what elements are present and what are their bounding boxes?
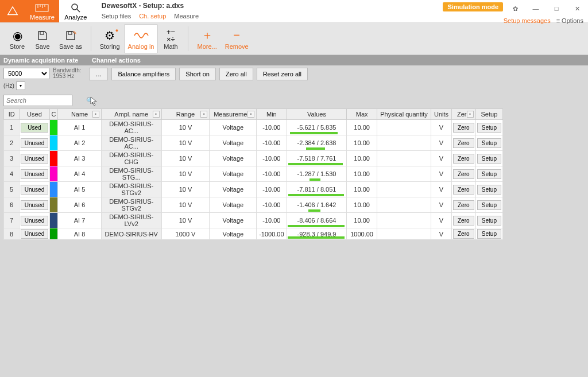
analogin-button[interactable]: Analog in (124, 24, 158, 53)
cell-name[interactable]: AI 5 (58, 182, 101, 197)
cell-phys[interactable] (377, 120, 431, 135)
balance-amplifiers-button[interactable]: Balance amplifiers (111, 68, 176, 80)
col-amp[interactable]: Ampl. name▪ (101, 109, 161, 120)
color-swatch[interactable] (49, 197, 58, 213)
color-swatch[interactable] (49, 151, 58, 166)
cell-meas[interactable]: Voltage (210, 197, 257, 213)
saveas-button[interactable]: ✎Save as (55, 24, 86, 53)
zero-button[interactable]: Zero (453, 229, 474, 239)
cell-name[interactable]: AI 3 (58, 151, 101, 166)
hz-dropdown-button[interactable]: ▾ (16, 81, 25, 90)
cell-units[interactable]: V (431, 182, 452, 197)
setup-button[interactable]: Setup (477, 200, 501, 210)
col-zero[interactable]: Zero▪ (451, 109, 475, 120)
color-swatch[interactable] (49, 166, 58, 182)
setup-button[interactable]: Setup (477, 185, 501, 195)
col-values[interactable]: Values (287, 109, 347, 120)
window-close-button[interactable]: ✕ (568, 2, 586, 15)
window-maximize-button[interactable]: □ (548, 2, 565, 15)
search-box[interactable]: 🔍 (3, 95, 72, 106)
cell-range[interactable]: 10 V (161, 120, 210, 135)
cell-phys[interactable] (377, 228, 431, 240)
dropdown-icon[interactable]: ▪ (153, 111, 160, 118)
cell-range[interactable]: 1000 V (161, 228, 210, 240)
color-swatch[interactable] (49, 120, 58, 135)
more-actions-button[interactable]: … (89, 68, 108, 80)
cell-meas[interactable]: Voltage (210, 151, 257, 166)
remove-button[interactable]: −Remove (221, 24, 253, 53)
cell-units[interactable]: V (431, 197, 452, 213)
cell-units[interactable]: V (431, 151, 452, 166)
search-input[interactable] (6, 97, 86, 104)
cell-range[interactable]: 10 V (161, 151, 210, 166)
cell-meas[interactable]: Voltage (210, 120, 257, 135)
cell-meas[interactable]: Voltage (210, 182, 257, 197)
cell-range[interactable]: 10 V (161, 166, 210, 182)
cell-phys[interactable] (377, 151, 431, 166)
used-toggle-button[interactable]: Unused (21, 138, 48, 148)
cell-meas[interactable]: Voltage (210, 166, 257, 182)
zero-button[interactable]: Zero (453, 216, 474, 226)
reset-zero-all-button[interactable]: Reset zero all (257, 68, 308, 80)
col-range[interactable]: Range▪ (161, 109, 210, 120)
col-c[interactable]: C (49, 109, 58, 120)
setup-button[interactable]: Setup (477, 169, 501, 179)
cell-range[interactable]: 10 V (161, 182, 210, 197)
cell-name[interactable]: AI 4 (58, 166, 101, 182)
cell-units[interactable]: V (431, 213, 452, 228)
tab-measure[interactable]: Measure (25, 0, 59, 22)
cell-phys[interactable] (377, 166, 431, 182)
cell-name[interactable]: AI 8 (58, 228, 101, 240)
store-button[interactable]: ◉Store (5, 24, 30, 53)
window-minimize-button[interactable]: ― (527, 2, 544, 15)
short-on-button[interactable]: Short on (179, 68, 216, 80)
col-meas[interactable]: Measurement▪ (210, 109, 257, 120)
zero-button[interactable]: Zero (453, 123, 474, 133)
save-button[interactable]: Save (30, 24, 55, 53)
color-swatch[interactable] (49, 228, 58, 240)
dropdown-icon[interactable]: ▪ (467, 111, 474, 118)
cell-phys[interactable] (377, 197, 431, 213)
subtab-ch-setup[interactable]: Ch. setup (139, 13, 166, 20)
acq-rate-select[interactable]: 5000 (3, 68, 49, 79)
setup-button[interactable]: Setup (477, 138, 501, 148)
col-used[interactable]: Used (20, 109, 49, 120)
cell-range[interactable]: 10 V (161, 197, 210, 213)
used-toggle-button[interactable]: Unused (21, 154, 48, 164)
subtab-setup-files[interactable]: Setup files (102, 13, 131, 20)
setup-button[interactable]: Setup (477, 216, 501, 226)
col-name[interactable]: Name▪ (58, 109, 101, 120)
used-toggle-button[interactable]: Unused (21, 169, 48, 179)
storing-button[interactable]: ⚙●Storing (96, 24, 124, 53)
options-link[interactable]: ≡Options (556, 17, 583, 24)
cell-phys[interactable] (377, 213, 431, 228)
math-button[interactable]: +−×÷Math (158, 24, 183, 53)
col-min[interactable]: Min (257, 109, 287, 120)
used-toggle-button[interactable]: Unused (21, 229, 48, 239)
cell-meas[interactable]: Voltage (210, 228, 257, 240)
settings-gear-icon[interactable]: ✿ (506, 2, 524, 15)
setup-button[interactable]: Setup (477, 123, 501, 133)
dropdown-icon[interactable]: ▪ (247, 111, 254, 118)
cell-units[interactable]: V (431, 166, 452, 182)
setup-button[interactable]: Setup (477, 229, 501, 239)
color-swatch[interactable] (49, 135, 58, 151)
zero-button[interactable]: Zero (453, 154, 474, 164)
color-swatch[interactable] (49, 182, 58, 197)
cell-range[interactable]: 10 V (161, 135, 210, 151)
col-phys[interactable]: Physical quantity (377, 109, 431, 120)
col-max[interactable]: Max (347, 109, 377, 120)
color-swatch[interactable] (49, 213, 58, 228)
zero-button[interactable]: Zero (453, 185, 474, 195)
used-toggle-button[interactable]: Unused (21, 185, 48, 195)
used-toggle-button[interactable]: Unused (21, 200, 48, 210)
cell-meas[interactable]: Voltage (210, 213, 257, 228)
setup-messages-link[interactable]: Setup messages (504, 17, 551, 24)
more-button[interactable]: ＋More... (193, 24, 220, 53)
subtab-measure[interactable]: Measure (174, 13, 199, 20)
zero-button[interactable]: Zero (453, 169, 474, 179)
col-id[interactable]: ID (4, 109, 20, 120)
cell-phys[interactable] (377, 182, 431, 197)
cell-name[interactable]: AI 1 (58, 120, 101, 135)
col-units[interactable]: Units (431, 109, 452, 120)
